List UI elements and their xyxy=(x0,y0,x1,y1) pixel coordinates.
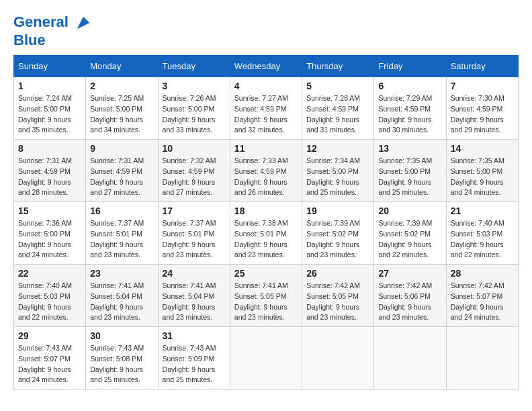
day-number: 13 xyxy=(378,143,441,154)
day-number: 17 xyxy=(163,205,226,216)
day-number: 11 xyxy=(234,143,298,154)
calendar-day-cell: 28 Sunrise: 7:42 AM Sunset: 5:07 PM Dayl… xyxy=(446,265,518,327)
day-info: Sunrise: 7:41 AM Sunset: 5:04 PM Dayligh… xyxy=(90,281,153,323)
day-number: 29 xyxy=(18,330,81,341)
calendar-day-cell: 20 Sunrise: 7:39 AM Sunset: 5:02 PM Dayl… xyxy=(374,202,446,265)
day-info: Sunrise: 7:33 AM Sunset: 4:59 PM Dayligh… xyxy=(234,156,298,198)
calendar-day-cell xyxy=(230,327,302,390)
day-number: 16 xyxy=(90,205,153,216)
calendar-day-cell: 9 Sunrise: 7:31 AM Sunset: 4:59 PM Dayli… xyxy=(86,140,158,202)
page-header: General Blue xyxy=(13,13,519,48)
day-number: 27 xyxy=(378,268,441,279)
day-info: Sunrise: 7:36 AM Sunset: 5:00 PM Dayligh… xyxy=(18,218,81,261)
calendar-day-cell: 17 Sunrise: 7:37 AM Sunset: 5:01 PM Dayl… xyxy=(158,202,230,265)
logo-text: General xyxy=(13,13,93,32)
day-number: 24 xyxy=(163,268,226,279)
calendar-day-cell: 19 Sunrise: 7:39 AM Sunset: 5:02 PM Dayl… xyxy=(302,202,374,265)
day-number: 22 xyxy=(18,268,81,279)
day-number: 5 xyxy=(306,81,369,91)
calendar-day-cell: 1 Sunrise: 7:24 AM Sunset: 5:00 PM Dayli… xyxy=(14,77,86,140)
day-info: Sunrise: 7:42 AM Sunset: 5:07 PM Dayligh… xyxy=(451,281,514,323)
calendar-week-row: 29 Sunrise: 7:43 AM Sunset: 5:07 PM Dayl… xyxy=(14,327,519,390)
day-info: Sunrise: 7:42 AM Sunset: 5:05 PM Dayligh… xyxy=(306,281,369,323)
calendar-day-cell: 21 Sunrise: 7:40 AM Sunset: 5:03 PM Dayl… xyxy=(446,202,518,265)
calendar-day-cell xyxy=(302,327,374,390)
day-number: 25 xyxy=(234,268,298,279)
day-number: 6 xyxy=(378,81,441,91)
calendar-day-cell: 13 Sunrise: 7:35 AM Sunset: 5:00 PM Dayl… xyxy=(374,140,446,202)
day-number: 30 xyxy=(90,330,153,341)
day-info: Sunrise: 7:35 AM Sunset: 5:00 PM Dayligh… xyxy=(451,156,514,198)
logo-icon xyxy=(74,13,93,32)
day-number: 4 xyxy=(234,81,298,91)
calendar-day-cell xyxy=(446,327,518,390)
calendar-day-cell: 3 Sunrise: 7:26 AM Sunset: 5:00 PM Dayli… xyxy=(158,77,230,140)
day-info: Sunrise: 7:24 AM Sunset: 5:00 PM Dayligh… xyxy=(18,93,81,136)
day-info: Sunrise: 7:37 AM Sunset: 5:01 PM Dayligh… xyxy=(163,218,226,261)
day-info: Sunrise: 7:39 AM Sunset: 5:02 PM Dayligh… xyxy=(306,218,369,261)
day-number: 21 xyxy=(451,205,514,216)
calendar-week-row: 22 Sunrise: 7:40 AM Sunset: 5:03 PM Dayl… xyxy=(14,265,519,327)
day-number: 7 xyxy=(451,81,514,91)
calendar-week-row: 1 Sunrise: 7:24 AM Sunset: 5:00 PM Dayli… xyxy=(14,77,519,140)
day-info: Sunrise: 7:40 AM Sunset: 5:03 PM Dayligh… xyxy=(451,218,514,261)
day-info: Sunrise: 7:41 AM Sunset: 5:04 PM Dayligh… xyxy=(163,281,226,323)
calendar-day-cell: 5 Sunrise: 7:28 AM Sunset: 4:59 PM Dayli… xyxy=(302,77,374,140)
calendar-header-row: SundayMondayTuesdayWednesdayThursdayFrid… xyxy=(14,56,519,77)
weekday-header: Friday xyxy=(374,56,446,77)
day-info: Sunrise: 7:30 AM Sunset: 4:59 PM Dayligh… xyxy=(451,93,514,136)
day-info: Sunrise: 7:25 AM Sunset: 5:00 PM Dayligh… xyxy=(90,93,153,136)
calendar-day-cell: 26 Sunrise: 7:42 AM Sunset: 5:05 PM Dayl… xyxy=(302,265,374,327)
calendar-day-cell: 14 Sunrise: 7:35 AM Sunset: 5:00 PM Dayl… xyxy=(446,140,518,202)
calendar-day-cell: 29 Sunrise: 7:43 AM Sunset: 5:07 PM Dayl… xyxy=(14,327,86,390)
day-info: Sunrise: 7:28 AM Sunset: 4:59 PM Dayligh… xyxy=(306,93,369,136)
day-number: 18 xyxy=(234,205,298,216)
calendar-day-cell xyxy=(374,327,446,390)
logo: General Blue xyxy=(13,13,93,48)
calendar-day-cell: 10 Sunrise: 7:32 AM Sunset: 4:59 PM Dayl… xyxy=(158,140,230,202)
weekday-header: Monday xyxy=(86,56,158,77)
calendar-day-cell: 18 Sunrise: 7:38 AM Sunset: 5:01 PM Dayl… xyxy=(230,202,302,265)
day-number: 10 xyxy=(163,143,226,154)
day-info: Sunrise: 7:43 AM Sunset: 5:07 PM Dayligh… xyxy=(18,343,81,385)
day-info: Sunrise: 7:43 AM Sunset: 5:09 PM Dayligh… xyxy=(163,343,226,385)
day-info: Sunrise: 7:29 AM Sunset: 4:59 PM Dayligh… xyxy=(378,93,441,136)
weekday-header: Tuesday xyxy=(158,56,230,77)
day-info: Sunrise: 7:38 AM Sunset: 5:01 PM Dayligh… xyxy=(234,218,298,261)
day-info: Sunrise: 7:37 AM Sunset: 5:01 PM Dayligh… xyxy=(90,218,153,261)
svg-marker-0 xyxy=(77,17,90,30)
calendar-day-cell: 27 Sunrise: 7:42 AM Sunset: 5:06 PM Dayl… xyxy=(374,265,446,327)
day-info: Sunrise: 7:35 AM Sunset: 5:00 PM Dayligh… xyxy=(378,156,441,198)
weekday-header: Wednesday xyxy=(230,56,302,77)
day-info: Sunrise: 7:31 AM Sunset: 4:59 PM Dayligh… xyxy=(18,156,81,198)
day-info: Sunrise: 7:43 AM Sunset: 5:08 PM Dayligh… xyxy=(90,343,153,385)
day-number: 19 xyxy=(306,205,369,216)
calendar-day-cell: 8 Sunrise: 7:31 AM Sunset: 4:59 PM Dayli… xyxy=(14,140,86,202)
day-number: 20 xyxy=(378,205,441,216)
calendar-week-row: 15 Sunrise: 7:36 AM Sunset: 5:00 PM Dayl… xyxy=(14,202,519,265)
weekday-header: Thursday xyxy=(302,56,374,77)
day-info: Sunrise: 7:39 AM Sunset: 5:02 PM Dayligh… xyxy=(378,218,441,261)
calendar-day-cell: 6 Sunrise: 7:29 AM Sunset: 4:59 PM Dayli… xyxy=(374,77,446,140)
calendar-table: SundayMondayTuesdayWednesdayThursdayFrid… xyxy=(13,55,519,390)
day-number: 14 xyxy=(451,143,514,154)
calendar-day-cell: 12 Sunrise: 7:34 AM Sunset: 5:00 PM Dayl… xyxy=(302,140,374,202)
day-info: Sunrise: 7:26 AM Sunset: 5:00 PM Dayligh… xyxy=(163,93,226,136)
calendar-day-cell: 31 Sunrise: 7:43 AM Sunset: 5:09 PM Dayl… xyxy=(158,327,230,390)
day-info: Sunrise: 7:32 AM Sunset: 4:59 PM Dayligh… xyxy=(163,156,226,198)
day-number: 2 xyxy=(90,81,153,91)
calendar-day-cell: 24 Sunrise: 7:41 AM Sunset: 5:04 PM Dayl… xyxy=(158,265,230,327)
day-number: 9 xyxy=(90,143,153,154)
calendar-day-cell: 4 Sunrise: 7:27 AM Sunset: 4:59 PM Dayli… xyxy=(230,77,302,140)
day-number: 15 xyxy=(18,205,81,216)
calendar-day-cell: 23 Sunrise: 7:41 AM Sunset: 5:04 PM Dayl… xyxy=(86,265,158,327)
day-info: Sunrise: 7:40 AM Sunset: 5:03 PM Dayligh… xyxy=(18,281,81,323)
calendar-day-cell: 7 Sunrise: 7:30 AM Sunset: 4:59 PM Dayli… xyxy=(446,77,518,140)
day-number: 8 xyxy=(18,143,81,154)
calendar-day-cell: 15 Sunrise: 7:36 AM Sunset: 5:00 PM Dayl… xyxy=(14,202,86,265)
day-number: 31 xyxy=(163,330,226,341)
day-number: 28 xyxy=(451,268,514,279)
calendar-day-cell: 22 Sunrise: 7:40 AM Sunset: 5:03 PM Dayl… xyxy=(14,265,86,327)
day-info: Sunrise: 7:31 AM Sunset: 4:59 PM Dayligh… xyxy=(90,156,153,198)
calendar-day-cell: 25 Sunrise: 7:41 AM Sunset: 5:05 PM Dayl… xyxy=(230,265,302,327)
